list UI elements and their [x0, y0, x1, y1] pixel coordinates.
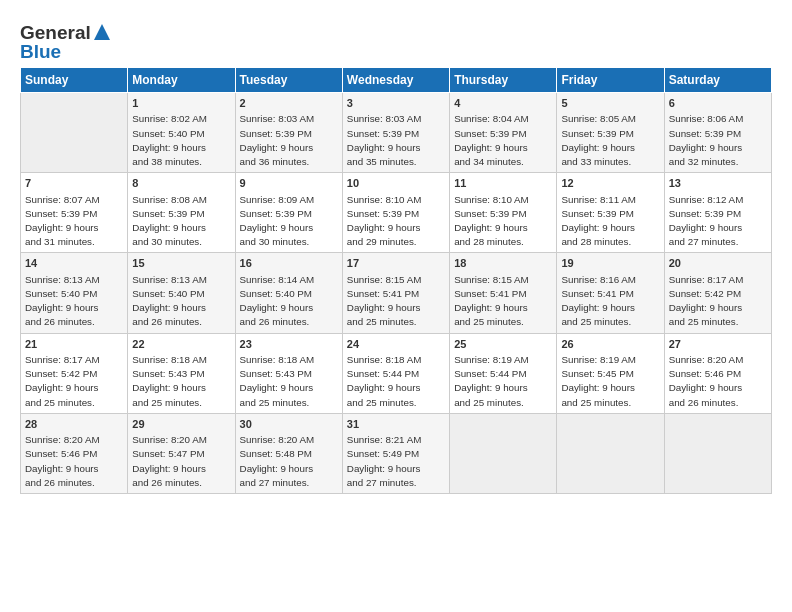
day-number: 15: [132, 256, 230, 271]
day-number: 19: [561, 256, 659, 271]
calendar-cell: 19Sunrise: 8:16 AM Sunset: 5:41 PM Dayli…: [557, 253, 664, 333]
day-info: Sunrise: 8:03 AM Sunset: 5:39 PM Dayligh…: [347, 112, 445, 169]
header-day-wednesday: Wednesday: [342, 68, 449, 93]
day-info: Sunrise: 8:10 AM Sunset: 5:39 PM Dayligh…: [347, 193, 445, 250]
day-info: Sunrise: 8:04 AM Sunset: 5:39 PM Dayligh…: [454, 112, 552, 169]
day-number: 29: [132, 417, 230, 432]
day-info: Sunrise: 8:20 AM Sunset: 5:48 PM Dayligh…: [240, 433, 338, 490]
svg-marker-0: [94, 24, 110, 40]
header-row-days: SundayMondayTuesdayWednesdayThursdayFrid…: [21, 68, 772, 93]
calendar-cell: 24Sunrise: 8:18 AM Sunset: 5:44 PM Dayli…: [342, 333, 449, 413]
calendar-cell: 16Sunrise: 8:14 AM Sunset: 5:40 PM Dayli…: [235, 253, 342, 333]
day-number: 30: [240, 417, 338, 432]
day-info: Sunrise: 8:20 AM Sunset: 5:47 PM Dayligh…: [132, 433, 230, 490]
calendar-cell: [557, 413, 664, 493]
calendar-cell: 5Sunrise: 8:05 AM Sunset: 5:39 PM Daylig…: [557, 93, 664, 173]
day-number: 3: [347, 96, 445, 111]
calendar-cell: 23Sunrise: 8:18 AM Sunset: 5:43 PM Dayli…: [235, 333, 342, 413]
header-row: General Blue: [20, 18, 772, 61]
day-info: Sunrise: 8:16 AM Sunset: 5:41 PM Dayligh…: [561, 273, 659, 330]
calendar-cell: [450, 413, 557, 493]
calendar-cell: 6Sunrise: 8:06 AM Sunset: 5:39 PM Daylig…: [664, 93, 771, 173]
day-info: Sunrise: 8:12 AM Sunset: 5:39 PM Dayligh…: [669, 193, 767, 250]
header-day-tuesday: Tuesday: [235, 68, 342, 93]
calendar-cell: 30Sunrise: 8:20 AM Sunset: 5:48 PM Dayli…: [235, 413, 342, 493]
calendar-cell: [664, 413, 771, 493]
day-number: 20: [669, 256, 767, 271]
calendar-cell: 21Sunrise: 8:17 AM Sunset: 5:42 PM Dayli…: [21, 333, 128, 413]
day-number: 25: [454, 337, 552, 352]
calendar-cell: 26Sunrise: 8:19 AM Sunset: 5:45 PM Dayli…: [557, 333, 664, 413]
logo-general-text: General: [20, 23, 91, 42]
day-info: Sunrise: 8:19 AM Sunset: 5:44 PM Dayligh…: [454, 353, 552, 410]
day-info: Sunrise: 8:20 AM Sunset: 5:46 PM Dayligh…: [25, 433, 123, 490]
day-number: 16: [240, 256, 338, 271]
calendar-week-1: 1Sunrise: 8:02 AM Sunset: 5:40 PM Daylig…: [21, 93, 772, 173]
day-info: Sunrise: 8:14 AM Sunset: 5:40 PM Dayligh…: [240, 273, 338, 330]
day-number: 14: [25, 256, 123, 271]
day-info: Sunrise: 8:18 AM Sunset: 5:43 PM Dayligh…: [132, 353, 230, 410]
logo-blue-text: Blue: [20, 42, 61, 61]
calendar-cell: 7Sunrise: 8:07 AM Sunset: 5:39 PM Daylig…: [21, 173, 128, 253]
day-number: 27: [669, 337, 767, 352]
calendar-cell: 8Sunrise: 8:08 AM Sunset: 5:39 PM Daylig…: [128, 173, 235, 253]
day-info: Sunrise: 8:03 AM Sunset: 5:39 PM Dayligh…: [240, 112, 338, 169]
day-number: 5: [561, 96, 659, 111]
day-number: 10: [347, 176, 445, 191]
main-container: General Blue SundayMondayTuesdayWednesda…: [0, 0, 792, 504]
calendar-cell: 4Sunrise: 8:04 AM Sunset: 5:39 PM Daylig…: [450, 93, 557, 173]
day-info: Sunrise: 8:18 AM Sunset: 5:44 PM Dayligh…: [347, 353, 445, 410]
day-info: Sunrise: 8:13 AM Sunset: 5:40 PM Dayligh…: [132, 273, 230, 330]
calendar-body: 1Sunrise: 8:02 AM Sunset: 5:40 PM Daylig…: [21, 93, 772, 494]
day-info: Sunrise: 8:13 AM Sunset: 5:40 PM Dayligh…: [25, 273, 123, 330]
header-day-saturday: Saturday: [664, 68, 771, 93]
calendar-cell: 11Sunrise: 8:10 AM Sunset: 5:39 PM Dayli…: [450, 173, 557, 253]
day-info: Sunrise: 8:20 AM Sunset: 5:46 PM Dayligh…: [669, 353, 767, 410]
calendar-cell: 10Sunrise: 8:10 AM Sunset: 5:39 PM Dayli…: [342, 173, 449, 253]
day-info: Sunrise: 8:15 AM Sunset: 5:41 PM Dayligh…: [454, 273, 552, 330]
header-day-thursday: Thursday: [450, 68, 557, 93]
day-info: Sunrise: 8:19 AM Sunset: 5:45 PM Dayligh…: [561, 353, 659, 410]
day-info: Sunrise: 8:07 AM Sunset: 5:39 PM Dayligh…: [25, 193, 123, 250]
calendar-cell: 1Sunrise: 8:02 AM Sunset: 5:40 PM Daylig…: [128, 93, 235, 173]
day-info: Sunrise: 8:17 AM Sunset: 5:42 PM Dayligh…: [669, 273, 767, 330]
header-day-monday: Monday: [128, 68, 235, 93]
day-number: 18: [454, 256, 552, 271]
header-day-sunday: Sunday: [21, 68, 128, 93]
day-number: 13: [669, 176, 767, 191]
day-number: 4: [454, 96, 552, 111]
calendar-cell: 12Sunrise: 8:11 AM Sunset: 5:39 PM Dayli…: [557, 173, 664, 253]
day-number: 7: [25, 176, 123, 191]
calendar-cell: 22Sunrise: 8:18 AM Sunset: 5:43 PM Dayli…: [128, 333, 235, 413]
day-number: 28: [25, 417, 123, 432]
calendar-cell: 3Sunrise: 8:03 AM Sunset: 5:39 PM Daylig…: [342, 93, 449, 173]
calendar-table: SundayMondayTuesdayWednesdayThursdayFrid…: [20, 67, 772, 494]
calendar-cell: 28Sunrise: 8:20 AM Sunset: 5:46 PM Dayli…: [21, 413, 128, 493]
day-number: 24: [347, 337, 445, 352]
day-info: Sunrise: 8:11 AM Sunset: 5:39 PM Dayligh…: [561, 193, 659, 250]
day-number: 23: [240, 337, 338, 352]
calendar-cell: 2Sunrise: 8:03 AM Sunset: 5:39 PM Daylig…: [235, 93, 342, 173]
calendar-week-4: 21Sunrise: 8:17 AM Sunset: 5:42 PM Dayli…: [21, 333, 772, 413]
calendar-week-5: 28Sunrise: 8:20 AM Sunset: 5:46 PM Dayli…: [21, 413, 772, 493]
calendar-cell: 18Sunrise: 8:15 AM Sunset: 5:41 PM Dayli…: [450, 253, 557, 333]
calendar-week-3: 14Sunrise: 8:13 AM Sunset: 5:40 PM Dayli…: [21, 253, 772, 333]
calendar-cell: 20Sunrise: 8:17 AM Sunset: 5:42 PM Dayli…: [664, 253, 771, 333]
calendar-cell: 15Sunrise: 8:13 AM Sunset: 5:40 PM Dayli…: [128, 253, 235, 333]
day-number: 1: [132, 96, 230, 111]
day-info: Sunrise: 8:18 AM Sunset: 5:43 PM Dayligh…: [240, 353, 338, 410]
day-number: 12: [561, 176, 659, 191]
day-info: Sunrise: 8:17 AM Sunset: 5:42 PM Dayligh…: [25, 353, 123, 410]
day-info: Sunrise: 8:10 AM Sunset: 5:39 PM Dayligh…: [454, 193, 552, 250]
day-number: 2: [240, 96, 338, 111]
calendar-cell: 13Sunrise: 8:12 AM Sunset: 5:39 PM Dayli…: [664, 173, 771, 253]
day-number: 26: [561, 337, 659, 352]
calendar-week-2: 7Sunrise: 8:07 AM Sunset: 5:39 PM Daylig…: [21, 173, 772, 253]
day-info: Sunrise: 8:06 AM Sunset: 5:39 PM Dayligh…: [669, 112, 767, 169]
calendar-header: SundayMondayTuesdayWednesdayThursdayFrid…: [21, 68, 772, 93]
calendar-cell: 9Sunrise: 8:09 AM Sunset: 5:39 PM Daylig…: [235, 173, 342, 253]
day-number: 21: [25, 337, 123, 352]
logo-triangle-icon: [92, 22, 112, 42]
day-info: Sunrise: 8:09 AM Sunset: 5:39 PM Dayligh…: [240, 193, 338, 250]
logo: General Blue: [20, 22, 112, 61]
